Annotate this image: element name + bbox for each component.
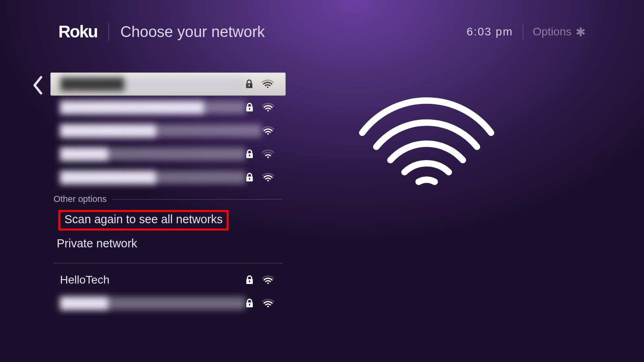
header-right: 6:03 pm Options ✱ [466, 24, 586, 40]
lock-icon [246, 173, 254, 182]
network-row-more-1[interactable]: ██████ [50, 292, 286, 315]
options-button[interactable]: Options ✱ [533, 25, 586, 39]
header-left: Roku Choose your network [58, 22, 265, 41]
svg-rect-14 [249, 280, 250, 282]
back-button[interactable] [31, 76, 43, 97]
svg-point-18 [267, 306, 269, 307]
clock: 6:03 pm [466, 25, 513, 38]
header-separator-2 [523, 24, 523, 40]
page-title: Choose your network [120, 23, 265, 41]
divider [54, 263, 283, 263]
network-name: HelloTech [60, 274, 246, 286]
network-row-top-2[interactable]: ████████████ [50, 119, 286, 142]
network-name: ██████████████████ [60, 101, 246, 114]
svg-rect-17 [249, 304, 250, 306]
header-separator [109, 23, 109, 41]
option-row-1[interactable]: Private network [50, 234, 286, 253]
svg-rect-4 [249, 108, 250, 110]
network-icons [245, 79, 276, 89]
svg-point-12 [267, 180, 269, 181]
lock-icon [246, 298, 254, 308]
wifi-icon [261, 79, 274, 89]
network-row-top-4[interactable]: ████████████ [50, 166, 286, 189]
highlight-box: Scan again to see all networks [58, 210, 229, 230]
network-row-top-0[interactable]: ████████ [50, 72, 286, 96]
svg-rect-8 [249, 154, 250, 156]
network-icons [246, 149, 276, 159]
network-name: ████████████ [60, 171, 246, 184]
asterisk-icon: ✱ [576, 25, 586, 39]
network-name: ██████ [60, 148, 246, 160]
lock-icon [246, 103, 254, 112]
options-label: Options [533, 25, 572, 38]
wifi-icon [262, 173, 275, 182]
wifi-large-icon [358, 88, 495, 193]
options-list: Scan again to see all networksPrivate ne… [50, 204, 286, 253]
chevron-left-icon [31, 89, 43, 96]
lock-icon [246, 275, 254, 285]
network-icons [246, 103, 276, 112]
svg-point-5 [267, 110, 269, 111]
lock-icon [246, 149, 254, 159]
roku-logo: Roku [58, 22, 97, 41]
divider-line [112, 199, 283, 200]
network-row-top-1[interactable]: ██████████████████ [50, 96, 286, 119]
svg-point-15 [267, 282, 269, 284]
wifi-icon [262, 275, 275, 285]
svg-point-6 [267, 133, 269, 135]
other-options-title: Other options [54, 194, 107, 204]
svg-rect-1 [249, 84, 250, 86]
network-icons [262, 126, 276, 136]
network-name: ████████████ [60, 124, 262, 137]
network-row-more-0[interactable]: HelloTech [50, 268, 286, 292]
network-icons [246, 173, 276, 182]
wifi-icon [262, 126, 275, 136]
network-row-top-3[interactable]: ██████ [50, 142, 286, 166]
network-name: ██████ [60, 297, 246, 310]
network-list: ████████████████████████████████████████… [50, 72, 286, 315]
network-icons [246, 298, 276, 308]
svg-rect-11 [249, 178, 250, 180]
wifi-icon [262, 103, 275, 112]
header: Roku Choose your network 6:03 pm Options… [58, 22, 586, 41]
wifi-icon [262, 149, 275, 159]
network-icons [246, 275, 276, 285]
wifi-icon [262, 298, 275, 308]
other-options-header: Other options [50, 194, 286, 204]
svg-point-9 [267, 156, 269, 158]
svg-point-2 [267, 86, 268, 88]
lock-icon [245, 79, 253, 89]
network-name: ████████ [60, 78, 245, 90]
option-row-0[interactable]: Scan again to see all networks [50, 207, 286, 234]
